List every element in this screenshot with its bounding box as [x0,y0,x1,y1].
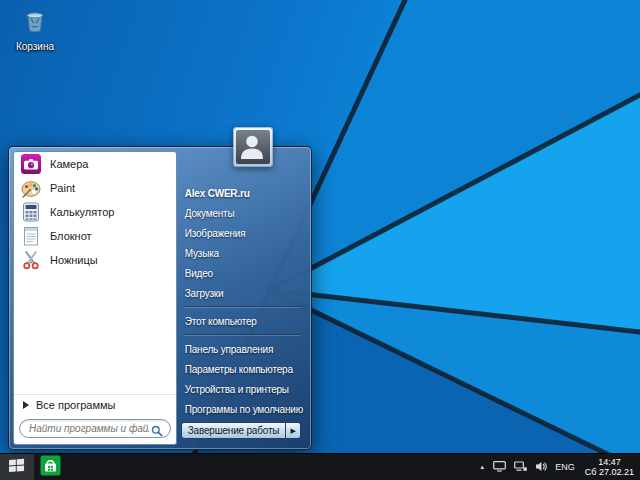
all-programs-label: Все программы [36,399,115,411]
program-item-label: Калькулятор [50,206,114,218]
search-row [14,415,176,444]
user-avatar-silhouette-icon [236,130,270,164]
program-item-camera[interactable]: Камера [14,152,176,176]
start-menu-item-user[interactable]: Alex CWER.ru [177,183,307,203]
program-item-calculator[interactable]: Калькулятор [14,200,176,224]
recycle-bin[interactable]: Корзина [8,6,62,52]
start-menu-item-default-programs[interactable]: Программы по умолчанию [177,399,307,419]
search-icon [151,423,163,435]
all-programs-arrow-icon [23,401,29,409]
start-menu-item-music[interactable]: Музыка [177,243,307,263]
snipping-tool-app-icon [20,249,42,271]
taskbar: ▲ ENG 14:47 Сб 27.02.21 [0,453,640,480]
start-menu-item-pictures[interactable]: Изображения [177,223,307,243]
calculator-app-icon [20,201,42,223]
menu-separator [184,306,300,308]
start-menu-right-panel: Alex CWER.ru Документы Изображения Музык… [177,151,307,445]
program-item-snipping-tool[interactable]: Ножницы [14,248,176,272]
recycle-bin-icon [8,6,62,40]
start-button[interactable] [0,454,34,480]
start-menu-item-videos[interactable]: Видео [177,263,307,283]
hidden-icons-chevron-icon[interactable]: ▲ [479,464,485,470]
shutdown-options-arrow-icon[interactable]: ▶ [286,422,301,439]
store-taskbar-button[interactable] [34,454,66,480]
paint-app-icon [20,177,42,199]
start-menu-item-control-panel[interactable]: Панель управления [177,339,307,359]
search-input[interactable] [27,422,151,435]
network-icon[interactable] [514,458,527,476]
recycle-bin-label: Корзина [8,41,62,52]
start-menu-item-documents[interactable]: Документы [177,203,307,223]
user-avatar[interactable] [233,127,273,167]
start-menu-item-pc-settings[interactable]: Параметры компьютера [177,359,307,379]
program-list-spacer [14,272,176,394]
taskbar-clock[interactable]: 14:47 Сб 27.02.21 [585,457,634,478]
start-menu-item-downloads[interactable]: Загрузки [177,283,307,303]
all-programs-button[interactable]: Все программы [14,394,176,415]
system-tray: ▲ ENG 14:47 Сб 27.02.21 [479,454,640,480]
clock-time: 14:47 [598,457,621,467]
notepad-app-icon [20,225,42,247]
shutdown-area: Завершение работы ▶ [177,422,307,439]
start-menu-item-this-pc[interactable]: Этот компьютер [177,311,307,331]
camera-app-icon [20,153,42,175]
program-item-label: Блокнот [50,230,92,242]
windows-logo-icon [9,458,25,477]
language-indicator[interactable]: ENG [555,462,575,472]
shutdown-button[interactable]: Завершение работы [181,422,287,439]
start-menu-item-devices-printers[interactable]: Устройства и принтеры [177,379,307,399]
volume-icon[interactable] [535,458,547,476]
program-item-label: Paint [50,182,75,194]
store-icon [40,455,61,480]
start-menu: Камера Paint [8,146,312,450]
search-box[interactable] [19,419,171,438]
menu-separator [184,334,300,336]
clock-date: Сб 27.02.21 [585,467,634,477]
program-item-notepad[interactable]: Блокнот [14,224,176,248]
program-item-label: Камера [50,158,88,170]
tray-monitor-icon[interactable] [493,458,506,476]
program-item-label: Ножницы [50,254,98,266]
start-menu-left-panel: Камера Paint [13,151,177,445]
program-item-paint[interactable]: Paint [14,176,176,200]
